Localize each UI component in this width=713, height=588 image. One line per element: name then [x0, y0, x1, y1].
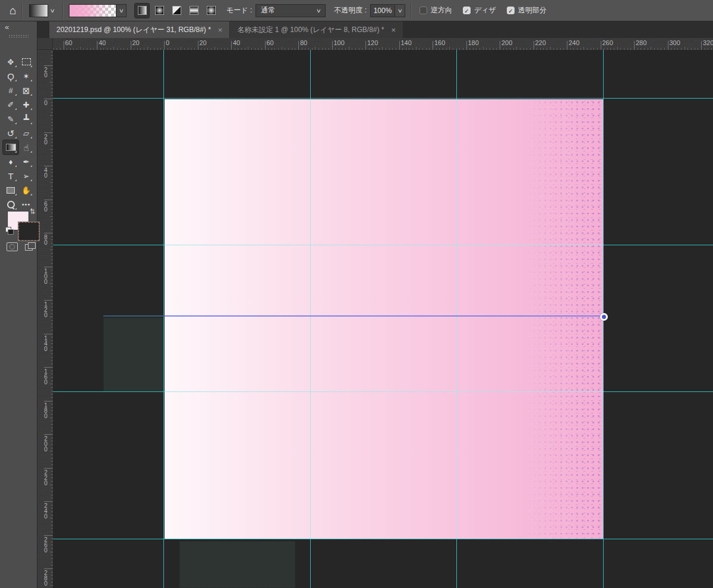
tab-close-icon[interactable]: ×	[392, 26, 396, 34]
ruler-tick	[51, 327, 53, 327]
magic-wand-tool[interactable]: ✶	[18, 69, 34, 83]
default-colors-icon[interactable]	[5, 227, 13, 234]
ruler-label: 8 0	[42, 235, 49, 245]
reverse-checkbox-box[interactable]	[419, 7, 427, 14]
marquee-tool[interactable]	[18, 55, 34, 69]
smudge-tool[interactable]: ☝	[18, 140, 34, 154]
guide-horizontal[interactable]	[53, 539, 713, 539]
ruler-tick	[261, 48, 262, 50]
opacity-value[interactable]: 100%	[370, 4, 395, 17]
screen-mode-icon[interactable]	[25, 242, 36, 251]
guide-vertical[interactable]	[310, 50, 311, 588]
brush-tool[interactable]: ✎	[3, 112, 18, 126]
vertical-ruler[interactable]: 2 002 04 06 08 01 0 01 2 01 4 01 6 01 8 …	[37, 50, 53, 588]
gradient-endpoint-handle[interactable]	[600, 313, 608, 321]
ruler-tick	[51, 555, 53, 555]
ruler-tick	[51, 223, 53, 223]
gradient-tool[interactable]	[3, 140, 18, 154]
ruler-tick	[51, 330, 53, 331]
ruler-tick	[436, 48, 437, 50]
radial-gradient-button[interactable]	[152, 4, 166, 18]
reverse-checkbox[interactable]: 逆方向	[419, 5, 452, 15]
guide-vertical[interactable]	[456, 50, 457, 588]
ruler-tick	[51, 410, 53, 411]
guide-horizontal[interactable]	[53, 98, 713, 99]
transparency-checkbox-box[interactable]: ✓	[507, 7, 515, 14]
guide-horizontal[interactable]	[53, 245, 713, 245]
angle-gradient-button[interactable]	[169, 4, 184, 18]
ruler-tick	[44, 267, 53, 267]
ruler-tick	[51, 353, 53, 354]
healing-brush-tool[interactable]: ✚	[18, 97, 34, 112]
ruler-tick	[51, 548, 53, 549]
collapse-panel-icon[interactable]: «	[5, 23, 9, 31]
panel-drag-handle[interactable]	[8, 34, 29, 37]
ruler-tick	[426, 48, 427, 50]
guide-horizontal[interactable]	[53, 391, 713, 392]
tool-preset-thumbnail[interactable]	[29, 4, 48, 17]
opacity-dropdown-button[interactable]: ∨	[395, 4, 405, 17]
dither-checkbox-box[interactable]: ✓	[463, 7, 471, 14]
transparency-checkbox[interactable]: ✓透明部分	[507, 5, 547, 15]
history-brush-tool[interactable]: ↺	[3, 126, 18, 140]
reflected-gradient-button[interactable]	[187, 4, 201, 18]
tools-panel: « ✥Ϙ✶#⊠✐✚✎┻↺▱☝♦✒T➢✋••• ⇅	[0, 21, 37, 588]
ruler-tick	[711, 48, 712, 50]
zoom-tool[interactable]	[3, 197, 18, 211]
ruler-tick	[201, 48, 201, 50]
opacity-label: 不透明度 :	[334, 5, 367, 15]
ruler-tick	[51, 478, 53, 478]
crop-tool[interactable]: #	[3, 83, 18, 97]
toolbar-edit-tool-icon: •••	[22, 201, 31, 208]
quick-mask-icon[interactable]	[7, 242, 18, 251]
guide-vertical[interactable]	[163, 50, 164, 588]
canvas-area[interactable]	[53, 50, 713, 588]
diamond-gradient-button[interactable]	[204, 4, 218, 18]
ruler-tick	[292, 48, 292, 50]
path-select-tool[interactable]: ➢	[18, 169, 34, 183]
hand-tool[interactable]: ✋	[18, 183, 34, 197]
gradient-preview[interactable]	[69, 4, 116, 17]
ruler-tick	[627, 48, 628, 50]
mode-select[interactable]: 通常 ∨	[255, 4, 326, 17]
lasso-tool[interactable]: Ϙ	[3, 69, 18, 83]
tab-close-icon[interactable]: ×	[218, 26, 223, 34]
pen-tool[interactable]: ✒	[18, 154, 34, 169]
type-tool[interactable]: T	[3, 169, 18, 183]
swap-colors-icon[interactable]: ⇅	[30, 208, 35, 216]
home-icon[interactable]: ⌂	[10, 4, 16, 17]
ruler-tick	[111, 48, 111, 50]
dither-checkbox[interactable]: ✓ディザ	[463, 5, 496, 15]
move-tool[interactable]: ✥	[3, 55, 18, 69]
eraser-tool[interactable]: ▱	[18, 126, 34, 140]
background-color-swatch[interactable]	[18, 222, 39, 241]
chevron-down-icon: ∨	[397, 8, 402, 14]
document-canvas[interactable]	[165, 99, 604, 539]
ruler-tick	[44, 233, 53, 233]
ruler-tick	[51, 505, 53, 505]
horizontal-ruler[interactable]: 6040200204060801001201401601802002202402…	[53, 38, 713, 50]
ruler-tick	[214, 47, 215, 50]
ruler-corner[interactable]	[37, 38, 53, 50]
document-tab[interactable]: 20201219.psd @ 100% (レイヤー 31, RGB/8#) *×	[49, 21, 229, 38]
shape-tool[interactable]	[3, 183, 18, 197]
document-tab[interactable]: 名称未設定 1 @ 100% (レイヤー 8, RGB/8#) *×	[230, 21, 403, 38]
linear-gradient-button[interactable]	[135, 4, 149, 18]
gradient-drag-line[interactable]	[103, 315, 604, 317]
ruler-tick	[610, 48, 611, 50]
ruler-tick	[51, 119, 53, 119]
blur-tool[interactable]: ♦	[3, 154, 18, 169]
gradient-picker-button[interactable]: ∨	[116, 4, 127, 17]
ruler-tick	[50, 149, 53, 150]
clone-stamp-tool[interactable]: ┻	[18, 112, 34, 126]
eyedropper-tool-icon: ✐	[8, 101, 14, 109]
ruler-label: 140	[401, 39, 412, 46]
ruler-tick	[51, 229, 53, 230]
history-brush-tool-icon: ↺	[7, 129, 15, 138]
frame-tool[interactable]: ⊠	[18, 83, 34, 97]
eyedropper-tool[interactable]: ✐	[3, 97, 18, 112]
ruler-tick	[376, 48, 376, 50]
tool-preset-chevron-icon[interactable]: ∨	[50, 8, 55, 14]
ruler-tick	[51, 508, 53, 508]
ruler-tick	[51, 428, 53, 428]
